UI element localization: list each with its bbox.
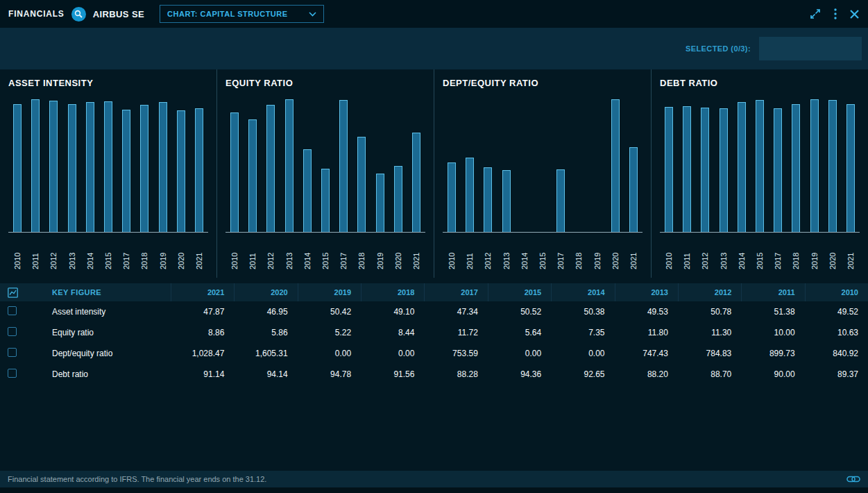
x-axis-labels: 2010201120122013201420152017201820192020… bbox=[443, 236, 643, 269]
bar-2021[interactable] bbox=[195, 108, 203, 232]
bar-2019[interactable] bbox=[159, 102, 167, 232]
table-cell: 49.52 bbox=[805, 307, 868, 317]
x-axis-label: 2017 bbox=[554, 236, 568, 269]
bar-2017[interactable] bbox=[122, 110, 130, 232]
table-cell: 11.30 bbox=[678, 328, 741, 337]
bar-slot bbox=[662, 99, 676, 232]
bar-2012[interactable] bbox=[701, 108, 709, 232]
x-axis-label: 2018 bbox=[789, 236, 803, 269]
link-icon[interactable] bbox=[846, 475, 860, 483]
close-icon[interactable] bbox=[849, 9, 860, 19]
bar-2011[interactable] bbox=[466, 158, 474, 232]
expand-icon[interactable] bbox=[809, 8, 822, 20]
bar-slot bbox=[536, 99, 550, 232]
table-header-row: KEY FIGURE 20212020201920182017201520142… bbox=[0, 283, 868, 301]
bar-2013[interactable] bbox=[68, 104, 76, 232]
window-bottom-edge bbox=[0, 487, 868, 493]
bar-2014[interactable] bbox=[303, 149, 312, 232]
x-axis-label: 2019 bbox=[373, 236, 387, 269]
year-column-header[interactable]: 2012 bbox=[678, 283, 741, 301]
table-cell: 91.14 bbox=[171, 369, 234, 379]
bar-2017[interactable] bbox=[339, 100, 348, 232]
table-cell: 8.86 bbox=[171, 328, 234, 337]
year-column-header[interactable]: 2014 bbox=[551, 283, 614, 301]
topbar-actions bbox=[809, 8, 860, 20]
bar-slot bbox=[391, 99, 405, 232]
row-checkbox[interactable] bbox=[8, 369, 17, 378]
year-column-header[interactable]: 2015 bbox=[488, 283, 551, 301]
bar-2011[interactable] bbox=[248, 119, 257, 232]
chart-icon[interactable] bbox=[8, 287, 18, 298]
bar-2015[interactable] bbox=[321, 169, 330, 232]
year-column-header[interactable]: 2010 bbox=[805, 283, 868, 301]
table-cell: 88.70 bbox=[678, 369, 741, 379]
bar-2018[interactable] bbox=[140, 105, 148, 232]
bar-slot bbox=[518, 99, 531, 232]
bar-2021[interactable] bbox=[846, 104, 855, 232]
chart-title: ASSET INTENSITY bbox=[8, 78, 208, 88]
year-column-header[interactable]: 2017 bbox=[424, 283, 487, 301]
bar-2012[interactable] bbox=[266, 105, 275, 232]
bar-2020[interactable] bbox=[177, 110, 185, 232]
bar-2017[interactable] bbox=[774, 108, 782, 232]
year-column-header[interactable]: 2011 bbox=[741, 283, 804, 301]
bar-2012[interactable] bbox=[49, 101, 58, 232]
bar-2013[interactable] bbox=[285, 99, 293, 232]
bar-2014[interactable] bbox=[86, 102, 94, 232]
row-checkbox[interactable] bbox=[8, 348, 17, 357]
bar-2010[interactable] bbox=[230, 112, 239, 232]
bar-2019[interactable] bbox=[376, 174, 384, 232]
x-axis-label: 2011 bbox=[463, 236, 477, 269]
x-axis-label: 2018 bbox=[572, 236, 586, 269]
bar-2010[interactable] bbox=[448, 162, 456, 232]
year-column-header[interactable]: 2019 bbox=[298, 283, 361, 301]
bar-2021[interactable] bbox=[412, 133, 420, 232]
bar-2015[interactable] bbox=[756, 100, 764, 232]
year-column-header[interactable]: 2018 bbox=[361, 283, 424, 301]
search-icon[interactable] bbox=[71, 7, 86, 22]
bar-2011[interactable] bbox=[31, 99, 40, 232]
bar-2015[interactable] bbox=[104, 101, 112, 232]
kebab-menu-icon[interactable] bbox=[834, 8, 837, 19]
bar-2013[interactable] bbox=[720, 108, 728, 232]
bar-slot bbox=[753, 99, 767, 232]
x-axis-label: 2013 bbox=[65, 236, 79, 269]
bar-2017[interactable] bbox=[556, 169, 565, 232]
bar-2013[interactable] bbox=[502, 170, 511, 232]
year-column-header[interactable]: 2013 bbox=[615, 283, 678, 301]
table-cell: 49.53 bbox=[615, 307, 678, 317]
selected-items-box[interactable] bbox=[759, 37, 862, 60]
bar-2014[interactable] bbox=[738, 102, 746, 232]
table-cell: 92.65 bbox=[551, 369, 614, 379]
bar-2020[interactable] bbox=[828, 100, 837, 232]
bar-2020[interactable] bbox=[611, 99, 620, 232]
x-axis-label: 2011 bbox=[680, 236, 694, 269]
bar-slot bbox=[282, 99, 296, 232]
bar-2010[interactable] bbox=[665, 107, 673, 232]
x-axis-label: 2020 bbox=[609, 236, 622, 269]
row-checkbox[interactable] bbox=[8, 306, 17, 315]
x-axis-labels: 2010201120122013201420152017201820192020… bbox=[660, 236, 860, 269]
bar-2020[interactable] bbox=[394, 166, 402, 232]
bar-2019[interactable] bbox=[810, 99, 819, 232]
chart-type-dropdown[interactable]: CHART: CAPITAL STRUCTURE bbox=[160, 5, 324, 23]
table-cell: 0.00 bbox=[551, 349, 614, 358]
bar-2018[interactable] bbox=[792, 104, 800, 233]
bar-2011[interactable] bbox=[683, 106, 691, 232]
table-cell: 50.42 bbox=[298, 307, 361, 317]
year-column-header[interactable]: 2021 bbox=[171, 283, 234, 301]
bar-2012[interactable] bbox=[484, 167, 492, 232]
bar-2010[interactable] bbox=[13, 104, 22, 232]
bar-slot bbox=[554, 99, 568, 232]
bar-2021[interactable] bbox=[629, 147, 638, 232]
x-axis-label: 2017 bbox=[337, 236, 350, 269]
bar-2018[interactable] bbox=[357, 137, 366, 232]
table-row: Equity ratio8.865.865.228.4411.725.647.3… bbox=[0, 322, 868, 343]
table-cell: 91.56 bbox=[361, 369, 424, 379]
year-column-header[interactable]: 2020 bbox=[234, 283, 297, 301]
bar-slot bbox=[46, 99, 60, 232]
table-cell: 88.28 bbox=[424, 369, 487, 379]
bar-slot bbox=[228, 99, 241, 232]
x-axis-label: 2015 bbox=[101, 236, 115, 269]
row-checkbox[interactable] bbox=[8, 327, 17, 336]
